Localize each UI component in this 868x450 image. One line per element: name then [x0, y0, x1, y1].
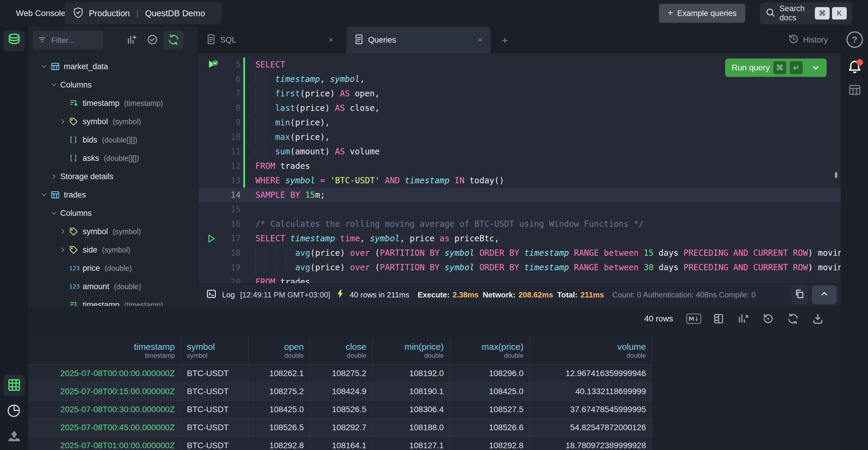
code-line-11[interactable]: 11sum(amount) AS volume — [198, 144, 841, 159]
cell-min-price-[interactable]: 108306.4 — [373, 401, 450, 418]
close-tab-icon[interactable]: × — [320, 35, 333, 45]
column-header-open[interactable]: open double — [249, 337, 310, 364]
chevron-right-icon[interactable] — [59, 228, 67, 235]
code-line-13[interactable]: 13WHERE symbol = 'BTC-USDT' AND timestam… — [198, 173, 841, 188]
code-line-18[interactable]: 18avg(price) over (PARTITION BY symbol O… — [198, 246, 841, 260]
code-line-14[interactable]: 14SAMPLE BY 15m; — [198, 188, 841, 202]
tree-item-timestamp[interactable]: timestamp(timestamp) — [28, 296, 198, 306]
tree-item-columns[interactable]: Columns — [28, 204, 198, 222]
code-editor[interactable]: 5SELECT6timestamp, symbol,7first(price) … — [198, 53, 841, 283]
collapse-log-button[interactable] — [812, 285, 837, 304]
cell-volume[interactable]: 12.967416359999946 — [530, 365, 652, 382]
tree-item-price[interactable]: 123price(double) — [28, 259, 198, 277]
cell-close[interactable]: 108424.9 — [310, 383, 373, 400]
cell-close[interactable]: 108275.2 — [310, 365, 373, 382]
filter-input[interactable] — [51, 35, 96, 45]
run-query-button[interactable]: Run query ⌘ ↵ — [725, 59, 827, 77]
cell-timestamp[interactable]: 2025-07-08T00:00:00.000000Z — [28, 365, 181, 382]
code-line-7[interactable]: 7first(price) AS open, — [198, 86, 841, 101]
schema-filter[interactable] — [33, 31, 103, 50]
chevron-right-icon[interactable] — [59, 118, 67, 125]
table-row[interactable]: 2025-07-08T00:00:00.000000ZBTC-USDT10826… — [28, 364, 652, 382]
notifications-button[interactable] — [841, 57, 868, 76]
cell-symbol[interactable]: BTC-USDT — [181, 437, 249, 450]
import-rail-button[interactable] — [4, 400, 25, 422]
code-line-16[interactable]: 16/* Calculates the rolling moving avera… — [198, 217, 841, 231]
query-success-marker[interactable] — [207, 59, 220, 71]
cell-min-price-[interactable]: 108188.0 — [373, 419, 450, 437]
code-line-8[interactable]: 8last(price) AS close, — [198, 101, 841, 115]
cell-timestamp[interactable]: 2025-07-08T01:00:00.000000Z — [28, 437, 181, 450]
code-line-17[interactable]: 17SELECT timestamp time, symbol, price a… — [198, 231, 841, 246]
cell-volume[interactable]: 40.1332118699999 — [530, 383, 652, 400]
refresh-schema-button[interactable] — [164, 31, 183, 50]
table-row[interactable]: 2025-07-08T01:00:00.000000ZBTC-USDT10829… — [28, 437, 652, 450]
tree-item-asks[interactable]: []asks(double[][]) — [28, 149, 198, 167]
check-circle-button[interactable] — [143, 31, 162, 50]
tree-item-amount[interactable]: 123amount(double) — [28, 277, 198, 296]
refresh-icon[interactable] — [786, 312, 800, 325]
column-header-timestamp[interactable]: timestamp timestamp — [28, 337, 181, 364]
tree-item-columns[interactable]: Columns — [28, 76, 198, 94]
history-button[interactable]: History — [788, 27, 828, 53]
column-header-symbol[interactable]: symbol symbol — [181, 337, 249, 364]
columns-icon[interactable] — [712, 312, 725, 325]
cell-symbol[interactable]: BTC-USDT — [181, 419, 249, 437]
cell-close[interactable]: 108164.1 — [310, 437, 373, 450]
results-grid[interactable]: timestamp timestampsymbol symbolopen dou… — [28, 337, 652, 450]
tree-item-symbol[interactable]: symbol(symbol) — [28, 222, 198, 241]
search-docs-button[interactable]: Search docs ⌘ K — [760, 2, 852, 24]
download-icon[interactable] — [811, 312, 824, 325]
cell-timestamp[interactable]: 2025-07-08T00:30:00.000000Z — [28, 401, 181, 418]
column-header-min-price-[interactable]: min(price) double — [373, 337, 450, 364]
example-queries-button[interactable]: + Example queries — [659, 4, 745, 23]
chevron-down-icon[interactable] — [50, 81, 58, 89]
code-line-20[interactable]: 20FROM trades — [198, 275, 841, 283]
cell-volume[interactable]: 54.82547872000126 — [530, 419, 652, 437]
cell-symbol[interactable]: BTC-USDT — [181, 365, 249, 382]
table-row[interactable]: 2025-07-08T00:30:00.000000ZBTC-USDT10842… — [28, 400, 652, 418]
tree-item-symbol[interactable]: symbol(symbol) — [28, 112, 198, 131]
cell-open[interactable]: 108262.1 — [249, 365, 310, 382]
markdown-icon[interactable]: M↓ — [687, 312, 700, 325]
restore-icon[interactable] — [762, 312, 775, 325]
cell-symbol[interactable]: BTC-USDT — [181, 383, 249, 400]
tree-item-trades[interactable]: trades — [28, 186, 198, 204]
chevron-down-icon[interactable] — [40, 191, 48, 199]
tree-item-side[interactable]: side(symbol) — [28, 241, 198, 259]
cell-max-price-[interactable]: 108292.8 — [450, 437, 530, 450]
column-header-close[interactable]: close double — [310, 337, 373, 364]
chevron-down-icon[interactable] — [40, 63, 48, 71]
tree-item-bids[interactable]: []bids(double[][]) — [28, 131, 198, 149]
close-tab-icon[interactable]: × — [469, 35, 483, 45]
tree-item-market-data[interactable]: market_data — [28, 57, 198, 76]
cell-open[interactable]: 108425.0 — [249, 401, 310, 418]
cell-open[interactable]: 108292.8 — [249, 437, 310, 450]
chevron-right-icon[interactable] — [50, 173, 58, 180]
cell-max-price-[interactable]: 108296.0 — [450, 365, 530, 382]
tab-queries[interactable]: Queries × — [346, 27, 491, 53]
layout-panel-button[interactable] — [841, 82, 868, 99]
cell-open[interactable]: 108526.5 — [249, 419, 310, 437]
code-line-9[interactable]: 9min(price), — [198, 115, 841, 130]
chevron-right-icon[interactable] — [59, 246, 67, 254]
cell-max-price-[interactable]: 108425.0 — [450, 383, 530, 400]
log-label[interactable]: Log — [222, 290, 235, 300]
code-line-15[interactable]: 15 — [198, 202, 841, 217]
cell-timestamp[interactable]: 2025-07-08T00:45:00.000000Z — [28, 419, 181, 437]
code-line-12[interactable]: 12FROM trades — [198, 159, 841, 173]
editor-scrollbar[interactable] — [835, 172, 837, 178]
cell-symbol[interactable]: BTC-USDT — [181, 401, 249, 418]
tab-sql[interactable]: SQL × — [198, 27, 342, 53]
upload-rail-button[interactable] — [4, 426, 25, 448]
help-button[interactable]: ? — [841, 31, 868, 48]
cell-max-price-[interactable]: 108526.6 — [450, 419, 530, 437]
schema-rail-button[interactable] — [4, 30, 25, 52]
instance-chip[interactable]: Production | QuestDB Demo — [65, 2, 221, 24]
cell-min-price-[interactable]: 108127.1 — [373, 437, 450, 450]
cell-min-price-[interactable]: 108190.1 — [373, 383, 450, 400]
code-line-10[interactable]: 10max(price), — [198, 130, 841, 144]
cell-open[interactable]: 108275.2 — [249, 383, 310, 400]
table-row[interactable]: 2025-07-08T00:15:00.000000ZBTC-USDT10827… — [28, 382, 652, 400]
table-row[interactable]: 2025-07-08T00:45:00.000000ZBTC-USDT10852… — [28, 418, 652, 437]
